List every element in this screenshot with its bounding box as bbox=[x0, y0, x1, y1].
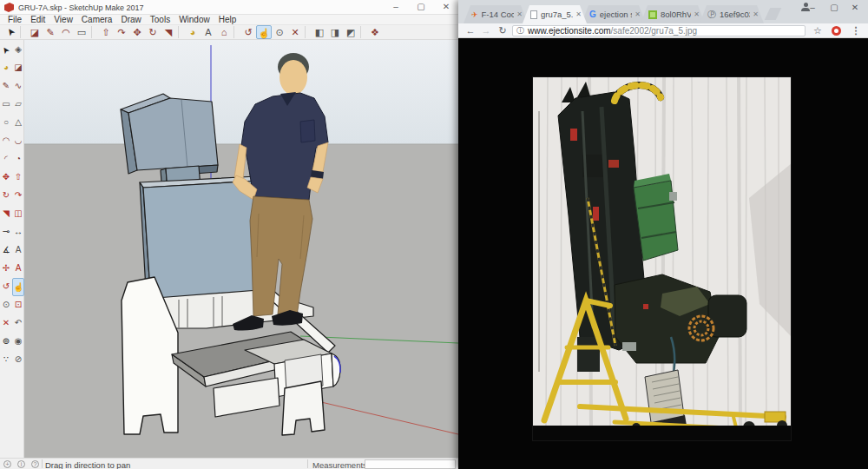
palette-paint-bucket-icon[interactable]: ◕ bbox=[0, 59, 12, 77]
menu-camera[interactable]: Camera bbox=[77, 15, 117, 25]
tab-f14-cockpit[interactable]: ✈ F-14 Cockpit a ✕ bbox=[464, 5, 528, 23]
palette-scale-icon[interactable]: ◥ bbox=[0, 205, 12, 223]
palette-dimension-icon[interactable]: ↔ bbox=[12, 223, 24, 241]
palette-circle-icon[interactable]: ○ bbox=[0, 114, 12, 132]
gru7a-photo[interactable] bbox=[532, 76, 792, 441]
palette-text-icon[interactable]: A bbox=[12, 241, 24, 260]
palette-arc-icon[interactable]: ◠ bbox=[0, 132, 12, 150]
palette-follow-me-icon[interactable]: ↷ bbox=[12, 187, 24, 205]
palette-previous-icon[interactable]: ↶ bbox=[12, 314, 24, 333]
tool-line-icon[interactable]: ✎ bbox=[43, 25, 58, 39]
palette-zoom-window-icon[interactable]: ⊡ bbox=[12, 296, 24, 314]
palette-rectangle-icon[interactable]: ▭ bbox=[0, 96, 12, 114]
tool-orbit-icon[interactable]: ↺ bbox=[240, 25, 256, 39]
chrome-close-button[interactable]: ✕ bbox=[845, 1, 865, 15]
sketchup-logo-icon bbox=[4, 3, 14, 12]
address-bar[interactable]: ⓘ www.ejectionsite.com/safe2002/gru7a_5.… bbox=[512, 25, 806, 36]
palette-eraser-icon[interactable]: ◪ bbox=[12, 59, 24, 77]
tab-pinterest-image[interactable]: Ⓟ 16ef9c030e597 ✕ bbox=[700, 5, 764, 23]
palette-pan-icon[interactable]: ☝ bbox=[12, 278, 24, 296]
help-icon[interactable]: ? bbox=[31, 460, 39, 468]
palette-zoom-icon[interactable]: ⊙ bbox=[0, 296, 12, 314]
reload-icon[interactable]: ↻ bbox=[496, 24, 510, 37]
tab-close-icon[interactable]: ✕ bbox=[694, 10, 700, 18]
tab-close-icon[interactable]: ✕ bbox=[516, 10, 523, 18]
palette-pie-icon[interactable]: ◔ bbox=[12, 150, 24, 168]
tab-close-icon[interactable]: ✕ bbox=[753, 10, 759, 18]
menu-help[interactable]: Help bbox=[214, 15, 241, 25]
tool-push-pull-icon[interactable]: ⇧ bbox=[98, 25, 114, 39]
tool-zoom-extents-icon[interactable]: ✕ bbox=[287, 25, 303, 39]
chrome-minimize-button[interactable]: – bbox=[802, 1, 823, 15]
palette-move-icon[interactable]: ✥ bbox=[0, 168, 12, 187]
menu-draw[interactable]: Draw bbox=[116, 15, 145, 25]
tool-style-textured-icon[interactable]: ◩ bbox=[343, 25, 358, 39]
palette-three-d-text-icon[interactable]: A bbox=[12, 260, 24, 278]
tool-zoom-icon[interactable]: ⊙ bbox=[272, 25, 287, 39]
tool-rotate-icon[interactable]: ↻ bbox=[145, 25, 161, 39]
tool-text-icon[interactable]: A bbox=[201, 25, 216, 39]
tab-gru7a-jpg-active[interactable]: gru7a_5.jpg (57 ✕ bbox=[523, 5, 587, 23]
tool-style-shaded-icon[interactable]: ◨ bbox=[327, 25, 343, 39]
page-info-icon[interactable]: ⓘ bbox=[516, 26, 524, 36]
tab-close-icon[interactable]: ✕ bbox=[575, 10, 582, 18]
sketchup-minimize-button[interactable]: – bbox=[385, 1, 406, 13]
chrome-maximize-button[interactable]: ▢ bbox=[824, 1, 845, 15]
credits-icon[interactable]: i bbox=[17, 460, 25, 468]
palette-rotate-icon[interactable]: ↻ bbox=[0, 187, 12, 205]
bookmark-star-icon[interactable]: ☆ bbox=[811, 24, 825, 37]
back-icon[interactable]: ← bbox=[464, 24, 477, 37]
palette-polygon-icon[interactable]: △ bbox=[12, 114, 24, 132]
menu-tools[interactable]: Tools bbox=[146, 15, 174, 25]
f14-site-favicon: ✈ bbox=[471, 10, 478, 19]
tool-follow-me-icon[interactable]: ↷ bbox=[114, 25, 129, 39]
palette-walk-icon[interactable]: ∵ bbox=[0, 351, 12, 369]
palette-section-plane-icon[interactable]: ⊘ bbox=[12, 351, 24, 369]
tool-move-icon[interactable]: ✥ bbox=[129, 25, 145, 39]
palette-line-icon[interactable]: ✎ bbox=[0, 77, 12, 96]
tab-imgur-jpg[interactable]: 8ol0RhV.jpg (3 ✕ bbox=[641, 5, 705, 23]
extension-icon[interactable] bbox=[832, 26, 841, 36]
palette-tape-measure-icon[interactable]: ⊸ bbox=[0, 223, 12, 241]
palette-three-point-arc-icon[interactable]: ◜ bbox=[0, 150, 12, 168]
palette-zoom-extents-icon[interactable]: ✕ bbox=[0, 314, 12, 333]
tool-get-models-icon[interactable]: ❖ bbox=[367, 25, 383, 39]
forward-icon[interactable]: → bbox=[479, 24, 493, 37]
sketchup-3d-viewport[interactable] bbox=[24, 40, 458, 458]
sketchup-menubar: FileEditViewCameraDrawToolsWindowHelp bbox=[0, 15, 460, 25]
sketchup-top-toolbar: ➤◪✎◠▭⇧↷✥↻◥◕A⌂↺☝⊙✕◧◨◩❖ bbox=[0, 25, 460, 40]
tab-close-icon[interactable]: ✕ bbox=[635, 10, 641, 18]
menu-window[interactable]: Window bbox=[174, 15, 214, 25]
tab-ejection-seat-search[interactable]: G ejection seat d ✕ bbox=[582, 5, 646, 23]
palette-offset-icon[interactable]: ◫ bbox=[12, 205, 24, 223]
photo-bottom-band bbox=[532, 426, 792, 441]
sketchup-maximize-button[interactable]: ▢ bbox=[411, 1, 431, 13]
geolocation-icon[interactable]: + bbox=[3, 460, 11, 468]
palette-rotated-rectangle-icon[interactable]: ▱ bbox=[12, 96, 24, 114]
menu-edit[interactable]: Edit bbox=[26, 15, 49, 25]
tool-shapes-icon[interactable]: ▭ bbox=[74, 25, 89, 39]
palette-two-point-arc-icon[interactable]: ◡ bbox=[12, 132, 24, 150]
palette-axes-icon[interactable]: ✢ bbox=[0, 260, 12, 278]
tool-style-wireframe-icon[interactable]: ◧ bbox=[312, 25, 327, 39]
tool-sep3-icon bbox=[178, 26, 183, 38]
tool-scale-icon[interactable]: ◥ bbox=[161, 25, 176, 39]
measurements-input[interactable] bbox=[365, 459, 456, 469]
palette-freehand-icon[interactable]: ∿ bbox=[12, 77, 24, 96]
tool-eraser-icon[interactable]: ◪ bbox=[27, 25, 43, 39]
menu-view[interactable]: View bbox=[49, 15, 77, 25]
tool-arc-icon[interactable]: ◠ bbox=[58, 25, 74, 39]
menu-file[interactable]: File bbox=[3, 15, 26, 25]
palette-look-around-icon[interactable]: ◉ bbox=[12, 333, 24, 351]
tool-pan-icon[interactable]: ☝ bbox=[256, 25, 272, 39]
sketchup-close-button[interactable]: ✕ bbox=[436, 1, 457, 13]
palette-push-pull-icon[interactable]: ⇧ bbox=[12, 168, 24, 187]
palette-position-camera-icon[interactable]: ⊚ bbox=[0, 333, 12, 351]
palette-protractor-icon[interactable]: ∡ bbox=[0, 241, 12, 260]
new-tab-button[interactable] bbox=[765, 8, 782, 20]
tool-warehouse-icon[interactable]: ⌂ bbox=[216, 25, 232, 39]
chrome-menu-icon[interactable]: ⋮ bbox=[849, 24, 863, 37]
tool-paint-bucket-icon[interactable]: ◕ bbox=[185, 25, 201, 39]
measurements-label: Measurements bbox=[312, 460, 367, 469]
palette-orbit-icon[interactable]: ↺ bbox=[0, 278, 12, 296]
